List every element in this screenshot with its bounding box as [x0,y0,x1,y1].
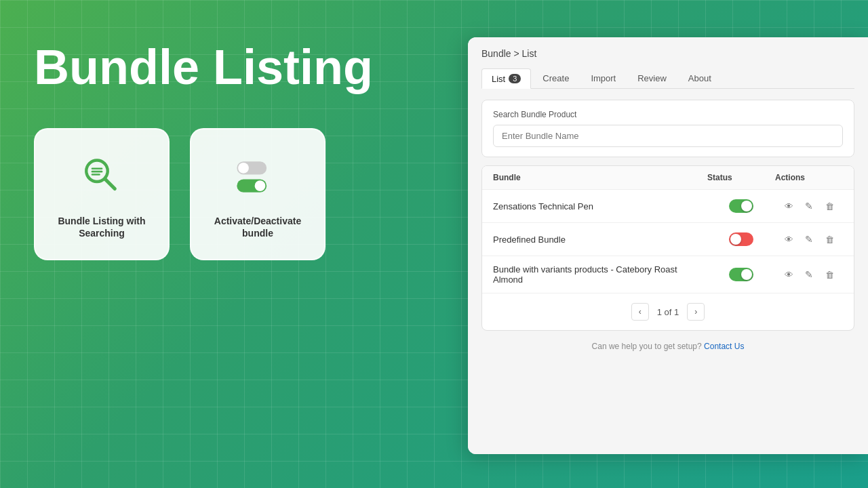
right-panel: Bundle > List List 3 Create Import Revie… [468,37,868,454]
table-row: Bundle with variants products - Catebory… [482,256,854,293]
prev-page-button[interactable]: ‹ [631,303,649,321]
edit-button-3[interactable] [801,266,817,283]
bundle-name-1: Zensations Technical Pen [493,201,707,211]
bundle-name-2: Predefined Bundle [493,235,707,245]
footer-text: Can we help you to get setup? [592,342,702,351]
status-cell-1 [707,199,775,213]
bundle-listing-card[interactable]: Bundle Listing with Searching [34,128,170,260]
left-panel: Bundle Listing Bundle Listing with Searc… [0,0,461,488]
toggle-knob-2 [730,234,741,245]
tab-review[interactable]: Review [627,68,677,88]
toggles-icon [231,150,285,204]
table-header: Bundle Status Actions [482,166,854,190]
search-input[interactable] [493,125,843,147]
view-button-1[interactable] [781,198,797,214]
delete-button-2[interactable] [821,231,837,247]
toggle-knob-1 [741,201,752,211]
actions-cell-1 [775,198,843,214]
tab-list[interactable]: List 3 [481,68,531,89]
next-page-button[interactable]: › [687,303,705,321]
tabs-bar: List 3 Create Import Review About [481,68,854,89]
edit-button-1[interactable] [801,198,817,214]
pagination: ‹ 1 of 1 › [482,293,854,330]
feature-cards-row: Bundle Listing with Searching Activate/D… [34,128,427,260]
tab-import[interactable]: Import [580,68,626,88]
tab-about[interactable]: About [678,68,722,88]
page-indicator: 1 of 1 [657,307,679,317]
table-row: Predefined Bundle [482,223,854,256]
activate-deactivate-card-label: Activate/Deactivate bundle [205,215,311,239]
view-button-2[interactable] [781,231,797,247]
app-content: Bundle > List List 3 Create Import Revie… [468,37,868,454]
toggle-knob-3 [741,269,752,280]
tab-list-badge: 3 [509,74,521,83]
breadcrumb: Bundle > List [481,48,854,59]
actions-cell-3 [775,266,843,283]
svg-point-6 [238,163,249,174]
magnifier-icon [75,150,129,204]
footer: Can we help you to get setup? Contact Us [481,342,854,351]
actions-cell-2 [775,231,843,247]
svg-point-8 [255,180,266,191]
contact-us-link[interactable]: Contact Us [704,342,744,351]
view-button-3[interactable] [781,266,797,283]
toggle-3[interactable] [729,268,753,281]
col-header-status: Status [707,173,775,182]
search-section: Search Bundle Product [481,100,854,157]
main-title: Bundle Listing [34,41,427,94]
bundle-listing-card-label: Bundle Listing with Searching [49,215,155,239]
bundles-table: Bundle Status Actions Zensations Technic… [481,165,854,331]
delete-button-3[interactable] [821,266,837,283]
delete-button-1[interactable] [821,198,837,214]
status-cell-3 [707,268,775,281]
col-header-actions: Actions [775,173,843,182]
table-row: Zensations Technical Pen [482,190,854,223]
toggle-2[interactable] [729,232,753,246]
search-label: Search Bundle Product [493,110,843,119]
svg-line-4 [105,179,115,188]
col-header-bundle: Bundle [493,173,707,182]
activate-deactivate-card[interactable]: Activate/Deactivate bundle [190,128,326,260]
tab-create[interactable]: Create [532,68,579,88]
bundle-name-3: Bundle with variants products - Catebory… [493,264,707,285]
status-cell-2 [707,232,775,246]
toggle-1[interactable] [729,199,753,213]
edit-button-2[interactable] [801,231,817,247]
